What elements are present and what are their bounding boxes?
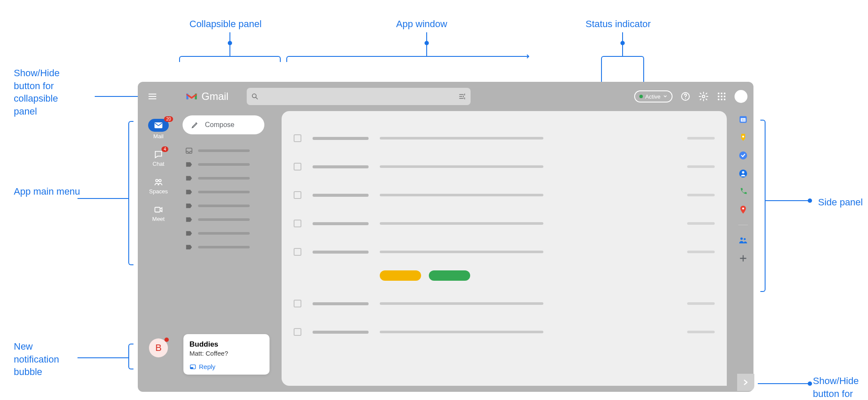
status-indicator[interactable]: Active bbox=[634, 90, 673, 102]
label-icon bbox=[185, 188, 193, 196]
mail-checkbox[interactable] bbox=[294, 163, 301, 171]
notif-message: Matt: Coffee? bbox=[189, 350, 264, 357]
svg-point-30 bbox=[742, 171, 744, 174]
mail-row[interactable] bbox=[294, 209, 715, 238]
annot-toggle-panel: Show/Hide button for collapsible panel bbox=[14, 67, 59, 118]
maps-button[interactable] bbox=[738, 205, 748, 214]
notif-title: Buddies bbox=[189, 340, 264, 349]
inbox-icon bbox=[185, 147, 193, 155]
chevron-down-icon bbox=[663, 94, 667, 99]
annot-app-menu: App main menu bbox=[14, 185, 80, 198]
folder-placeholder bbox=[198, 177, 250, 180]
svg-point-33 bbox=[744, 238, 746, 240]
mail-checkbox[interactable] bbox=[294, 248, 301, 256]
product-name: Gmail bbox=[202, 90, 229, 102]
svg-marker-2 bbox=[188, 95, 195, 99]
mail-row[interactable] bbox=[294, 318, 715, 346]
menu-toggle-button[interactable] bbox=[144, 88, 161, 105]
folder-item[interactable] bbox=[185, 226, 282, 240]
label-icon bbox=[185, 229, 193, 237]
reply-icon bbox=[189, 363, 196, 370]
label-icon bbox=[185, 243, 193, 251]
mail-row[interactable] bbox=[294, 238, 715, 266]
label-icon bbox=[185, 174, 193, 182]
mail-subject-placeholder bbox=[380, 302, 543, 305]
spaces-icon bbox=[154, 177, 163, 187]
help-icon[interactable] bbox=[680, 91, 691, 102]
search-bar[interactable] bbox=[247, 88, 471, 105]
mail-row[interactable] bbox=[294, 181, 715, 209]
collapsible-panel: Compose Buddies Matt: Coffee? Reply bbox=[179, 111, 282, 392]
notif-reply-button[interactable]: Reply bbox=[189, 363, 264, 370]
compose-button[interactable]: Compose bbox=[183, 115, 264, 134]
folder-item[interactable] bbox=[185, 213, 282, 226]
suggestion-chip[interactable] bbox=[380, 270, 421, 281]
meet-icon bbox=[154, 205, 163, 214]
mail-row[interactable] bbox=[294, 124, 715, 152]
folder-placeholder bbox=[198, 246, 250, 248]
mail-checkbox[interactable] bbox=[294, 220, 301, 227]
account-avatar[interactable] bbox=[735, 90, 747, 103]
mail-subject-placeholder bbox=[380, 222, 543, 225]
hamburger-icon bbox=[148, 92, 157, 101]
chat-badge: 4 bbox=[161, 146, 168, 152]
contacts-button[interactable] bbox=[738, 169, 748, 178]
add-button[interactable] bbox=[738, 254, 748, 263]
mail-checkbox[interactable] bbox=[294, 191, 301, 199]
status-dot-icon bbox=[639, 95, 643, 98]
side-panel-divider bbox=[738, 225, 748, 225]
folder-item[interactable] bbox=[185, 158, 282, 171]
annot-side-panel: Side panel bbox=[818, 196, 863, 209]
search-input[interactable] bbox=[262, 93, 455, 100]
people-icon bbox=[738, 236, 748, 245]
mail-sender-placeholder bbox=[313, 165, 369, 168]
keep-button[interactable] bbox=[738, 133, 748, 142]
mail-subject-placeholder bbox=[380, 194, 543, 196]
inbox-area bbox=[282, 111, 727, 386]
calendar-icon: 31 bbox=[738, 115, 748, 124]
notification-bubble-avatar[interactable]: B bbox=[149, 338, 168, 357]
mail-checkbox[interactable] bbox=[294, 134, 301, 142]
menu-item-mail[interactable]: 20 Mail bbox=[148, 119, 169, 140]
folder-placeholder bbox=[198, 232, 250, 235]
folder-item[interactable] bbox=[185, 240, 282, 254]
side-panel-toggle-button[interactable] bbox=[737, 374, 754, 391]
gmail-logo-icon bbox=[185, 92, 198, 101]
mail-checkbox[interactable] bbox=[294, 328, 301, 336]
svg-point-15 bbox=[721, 99, 722, 100]
mail-subject-placeholder bbox=[380, 165, 543, 168]
people-button[interactable] bbox=[738, 236, 748, 245]
menu-item-chat[interactable]: 4 Chat bbox=[152, 150, 164, 167]
mail-row[interactable] bbox=[294, 152, 715, 181]
topbar: Gmail Active bbox=[138, 82, 753, 111]
mail-time-placeholder bbox=[687, 222, 715, 225]
side-panel: 31 bbox=[733, 111, 753, 392]
mail-time-placeholder bbox=[687, 302, 715, 305]
folder-item[interactable] bbox=[185, 144, 282, 158]
search-options-icon[interactable] bbox=[459, 93, 466, 100]
apps-grid-icon[interactable] bbox=[716, 91, 727, 102]
tasks-icon bbox=[738, 151, 748, 160]
mail-checkbox[interactable] bbox=[294, 300, 301, 307]
reply-label: Reply bbox=[199, 363, 215, 370]
pencil-icon bbox=[191, 121, 199, 129]
folder-placeholder bbox=[198, 218, 250, 221]
menu-item-meet[interactable]: Meet bbox=[152, 205, 165, 222]
calendar-button[interactable]: 31 bbox=[738, 115, 748, 124]
folder-item[interactable] bbox=[185, 185, 282, 199]
folder-item[interactable] bbox=[185, 171, 282, 185]
suggestion-chip[interactable] bbox=[429, 270, 470, 281]
folder-item[interactable] bbox=[185, 199, 282, 213]
chat-icon bbox=[154, 150, 163, 159]
menu-item-spaces[interactable]: Spaces bbox=[149, 177, 167, 195]
svg-point-18 bbox=[156, 180, 158, 182]
chevron-right-icon bbox=[742, 379, 749, 386]
settings-icon[interactable] bbox=[698, 91, 709, 102]
label-icon bbox=[185, 202, 193, 210]
tasks-button[interactable] bbox=[738, 151, 748, 160]
mail-row[interactable] bbox=[294, 289, 715, 318]
svg-point-4 bbox=[252, 94, 256, 98]
voice-button[interactable] bbox=[738, 187, 748, 196]
svg-point-14 bbox=[718, 99, 719, 100]
mail-time-placeholder bbox=[687, 165, 715, 168]
